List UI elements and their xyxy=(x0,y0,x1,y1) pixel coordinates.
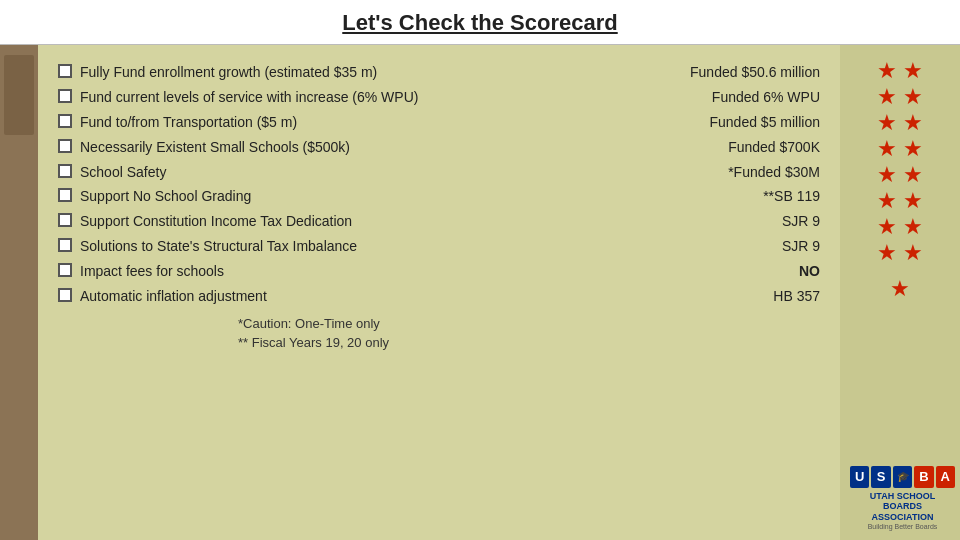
list-item: Support No School Grading**SB 119 xyxy=(58,187,820,206)
star-single: ★ xyxy=(890,276,910,302)
logo-area: U S 🎓 B A UTAH SCHOOL BOARDS ASSOCIATION… xyxy=(850,466,955,530)
star-row-7: ★ ★ xyxy=(877,216,923,238)
star-icon: ★ xyxy=(903,60,923,82)
title-bar: Let's Check the Scorecard xyxy=(0,0,960,45)
item-funded: SJR 9 xyxy=(782,212,820,231)
caution-line-2: ** Fiscal Years 19, 20 only xyxy=(238,333,820,353)
checkbox-icon xyxy=(58,213,72,227)
content-area: Fully Fund enrollment growth (estimated … xyxy=(0,45,960,540)
checkbox-icon xyxy=(58,164,72,178)
checkbox-icon xyxy=(58,238,72,252)
checkbox-icon xyxy=(58,288,72,302)
star-icon: ★ xyxy=(877,60,897,82)
item-funded: *Funded $30M xyxy=(728,163,820,182)
list-item: Solutions to State's Structural Tax Imba… xyxy=(58,237,820,256)
right-panel: ★ ★ ★ ★ ★ ★ ★ ★ ★ ★ xyxy=(840,45,960,540)
list-item: Impact fees for schoolsNO xyxy=(58,262,820,281)
checkbox-icon xyxy=(58,188,72,202)
logo-b: B xyxy=(914,466,933,488)
star-icon: ★ xyxy=(877,86,897,108)
page-title: Let's Check the Scorecard xyxy=(342,10,617,35)
item-text: Automatic inflation adjustment xyxy=(80,287,763,306)
checklist: Fully Fund enrollment growth (estimated … xyxy=(58,63,820,306)
star-icon: ★ xyxy=(877,242,897,264)
item-funded: SJR 9 xyxy=(782,237,820,256)
star-row-5: ★ ★ xyxy=(877,164,923,186)
star-row-2: ★ ★ xyxy=(877,86,923,108)
list-item: Automatic inflation adjustmentHB 357 xyxy=(58,287,820,306)
star-icon: ★ xyxy=(877,164,897,186)
star-icon: ★ xyxy=(877,190,897,212)
item-text: School Safety xyxy=(80,163,718,182)
left-accent-inner xyxy=(4,55,34,135)
logo-line3: Building Better Boards xyxy=(850,523,955,530)
logo-line2: ASSOCIATION xyxy=(850,512,955,523)
checkbox-icon xyxy=(58,114,72,128)
checkbox-icon xyxy=(58,64,72,78)
item-text: Fully Fund enrollment growth (estimated … xyxy=(80,63,680,82)
logo-a: A xyxy=(936,466,955,488)
list-item: Fund to/from Transportation ($5 m)Funded… xyxy=(58,113,820,132)
caution-lines: *Caution: One-Time only ** Fiscal Years … xyxy=(238,314,820,353)
item-funded: **SB 119 xyxy=(763,187,820,206)
logo-line1: UTAH SCHOOL BOARDS xyxy=(850,491,955,513)
star-icon: ★ xyxy=(903,138,923,160)
star-row-8: ★ ★ xyxy=(877,242,923,264)
item-funded: Funded $5 million xyxy=(709,113,820,132)
star-row-1: ★ ★ xyxy=(877,60,923,82)
logo-s: S xyxy=(871,466,890,488)
star-icon: ★ xyxy=(903,190,923,212)
page: Let's Check the Scorecard Fully Fund enr… xyxy=(0,0,960,540)
list-item: Necessarily Existent Small Schools ($500… xyxy=(58,138,820,157)
star-icon: ★ xyxy=(903,86,923,108)
left-accent xyxy=(0,45,38,540)
checkbox-icon xyxy=(58,139,72,153)
logo-blocks: U S 🎓 B A xyxy=(850,466,955,488)
list-item: Support Constitution Income Tax Dedicati… xyxy=(58,212,820,231)
item-text: Support No School Grading xyxy=(80,187,753,206)
star-icon: ★ xyxy=(877,112,897,134)
star-icon: ★ xyxy=(903,216,923,238)
stars-grid: ★ ★ ★ ★ ★ ★ ★ ★ ★ ★ xyxy=(877,60,923,264)
item-text: Fund current levels of service with incr… xyxy=(80,88,702,107)
logo-u: U xyxy=(850,466,869,488)
item-text: Fund to/from Transportation ($5 m) xyxy=(80,113,699,132)
star-row-4: ★ ★ xyxy=(877,138,923,160)
item-funded: Funded $700K xyxy=(728,138,820,157)
list-item: School Safety*Funded $30M xyxy=(58,163,820,182)
star-icon: ★ xyxy=(903,242,923,264)
checkbox-icon xyxy=(58,89,72,103)
star-icon: ★ xyxy=(903,112,923,134)
item-text: Necessarily Existent Small Schools ($500… xyxy=(80,138,718,157)
item-funded: Funded $50.6 million xyxy=(690,63,820,82)
item-no: NO xyxy=(799,262,820,281)
star-row-6: ★ ★ xyxy=(877,190,923,212)
list-item: Fund current levels of service with incr… xyxy=(58,88,820,107)
checkbox-icon xyxy=(58,263,72,277)
star-icon: ★ xyxy=(877,216,897,238)
item-funded: HB 357 xyxy=(773,287,820,306)
item-text: Solutions to State's Structural Tax Imba… xyxy=(80,237,772,256)
item-funded: Funded 6% WPU xyxy=(712,88,820,107)
star-row-3: ★ ★ xyxy=(877,112,923,134)
logo-cap: 🎓 xyxy=(893,466,912,488)
item-text: Support Constitution Income Tax Dedicati… xyxy=(80,212,772,231)
star-icon: ★ xyxy=(877,138,897,160)
star-icon: ★ xyxy=(903,164,923,186)
caution-line-1: *Caution: One-Time only xyxy=(238,314,820,334)
item-text: Impact fees for schools xyxy=(80,262,779,281)
list-item: Fully Fund enrollment growth (estimated … xyxy=(58,63,820,82)
main-content: Fully Fund enrollment growth (estimated … xyxy=(38,45,840,540)
